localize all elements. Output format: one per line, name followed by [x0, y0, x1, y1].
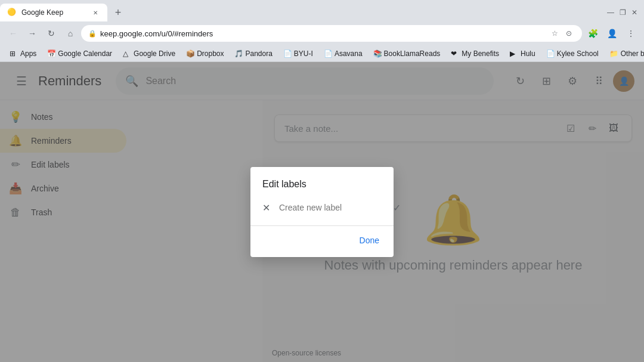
hulu-icon: ▶	[510, 49, 518, 58]
bookmark-hulu[interactable]: ▶ Hulu	[505, 48, 540, 59]
back-button[interactable]: ←	[5, 25, 21, 42]
close-tab-button[interactable]: ✕	[91, 8, 100, 17]
home-button[interactable]: ⌂	[62, 25, 79, 42]
tab-title: Google Keep	[21, 8, 91, 17]
modal-confirm-button[interactable]: ✓	[388, 199, 405, 216]
bookmark-apps[interactable]: ⊞ Apps	[5, 48, 41, 59]
maximize-button[interactable]: ❐	[618, 8, 627, 17]
bookmark-kylee-school[interactable]: 📄 Kylee School	[541, 48, 603, 59]
other-bookmarks[interactable]: 📁 Other bookmarks	[605, 48, 644, 59]
window-controls: — ❐ ✕	[606, 8, 644, 17]
modal-title: Edit labels	[250, 179, 394, 199]
pandora-icon: 🎵	[234, 49, 243, 58]
modal-input-row: ✕ ✓	[250, 199, 394, 226]
browser-chrome: 🟡 Google Keep ✕ + — ❐ ✕ ← → ↻ ⌂ 🔒 keep.g…	[0, 0, 644, 62]
modal-overlay[interactable]: Edit labels ✕ ✓ Done	[0, 62, 644, 362]
modal-clear-button[interactable]: ✕	[258, 199, 274, 216]
lens-button[interactable]: ⊙	[563, 27, 575, 39]
bookllama-icon: 📚	[373, 49, 382, 58]
drive-icon: △	[123, 49, 131, 58]
profile-button[interactable]: 👤	[603, 25, 620, 42]
bookmark-google-drive[interactable]: △ Google Drive	[118, 48, 180, 59]
benefits-icon: ❤	[451, 49, 459, 58]
new-tab-button[interactable]: +	[110, 4, 126, 21]
tab-bar: 🟡 Google Keep ✕ + — ❐ ✕	[0, 0, 644, 21]
dropbox-icon: 📦	[186, 49, 194, 58]
bookmark-my-benefits[interactable]: ❤ My Benefits	[446, 48, 504, 59]
forward-button[interactable]: →	[24, 25, 41, 42]
bookmark-bookllamareads[interactable]: 📚 BookLlamaReads	[369, 48, 445, 59]
modal-footer: Done	[250, 226, 394, 252]
app-area: ☰ Reminders 🔍 ↻ ⊞ ⚙ ⠿ 👤 💡 Notes 🔔 Remind…	[0, 62, 644, 362]
bookmark-star-button[interactable]: ☆	[549, 27, 561, 39]
extensions-button[interactable]: 🧩	[584, 25, 601, 42]
bookmark-bar: ⊞ Apps 📅 Google Calendar △ Google Drive …	[0, 45, 644, 62]
bookmark-asavana[interactable]: 📄 Asavana	[319, 48, 367, 59]
calendar-icon: 📅	[47, 49, 55, 58]
byu-icon: 📄	[283, 49, 292, 58]
kylee-icon: 📄	[546, 49, 555, 58]
url-text: keep.google.com/u/0/#reminders	[100, 29, 545, 38]
nav-bar: ← → ↻ ⌂ 🔒 keep.google.com/u/0/#reminders…	[0, 21, 644, 45]
bookmark-pandora[interactable]: 🎵 Pandora	[230, 48, 277, 59]
active-tab[interactable]: 🟡 Google Keep ✕	[0, 4, 107, 21]
bookmark-dropbox[interactable]: 📦 Dropbox	[181, 48, 228, 59]
apps-icon: ⊞	[10, 49, 18, 58]
minimize-button[interactable]: —	[606, 8, 615, 17]
reload-button[interactable]: ↻	[43, 25, 60, 42]
folder-icon: 📁	[609, 49, 618, 58]
create-label-input[interactable]	[279, 203, 383, 212]
menu-button[interactable]: ⋮	[623, 25, 639, 42]
address-actions: ☆ ⊙	[549, 27, 575, 39]
close-window-button[interactable]: ✕	[630, 8, 639, 17]
address-bar[interactable]: 🔒 keep.google.com/u/0/#reminders ☆ ⊙	[81, 25, 582, 42]
tab-favicon: 🟡	[7, 8, 17, 17]
modal-done-button[interactable]: Done	[352, 231, 386, 250]
bookmark-google-calendar[interactable]: 📅 Google Calendar	[42, 48, 117, 59]
edit-labels-modal: Edit labels ✕ ✓ Done	[250, 167, 394, 257]
asavana-icon: 📄	[324, 49, 332, 58]
lock-icon: 🔒	[88, 30, 97, 38]
bookmark-byu[interactable]: 📄 BYU-I	[278, 48, 318, 59]
